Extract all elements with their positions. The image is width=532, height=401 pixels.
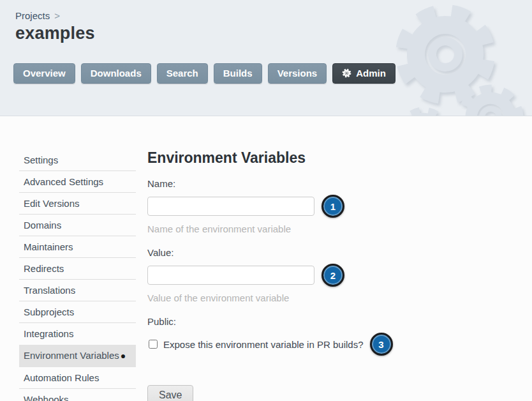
sidebar-item-label: Translations: [24, 285, 75, 296]
sidebar-item-maintainers[interactable]: Maintainers: [19, 236, 136, 258]
value-field-label: Value:: [147, 247, 393, 258]
sidebar-item-redirects[interactable]: Redirects: [19, 258, 136, 280]
tab-overview[interactable]: Overview: [13, 63, 75, 84]
tab-label: Downloads: [91, 68, 142, 79]
tab-label: Versions: [277, 68, 318, 79]
name-input[interactable]: [147, 197, 314, 216]
sidebar-item-label: Advanced Settings: [24, 176, 103, 187]
sidebar-menu: SettingsAdvanced SettingsEdit VersionsDo…: [19, 149, 136, 401]
value-field-group: Value: 2 Value of the environment variab…: [147, 247, 393, 303]
sidebar-item-advanced-settings[interactable]: Advanced Settings: [19, 171, 136, 193]
small-gear-icon: [454, 80, 527, 116]
expose-checkbox-label: Expose this environment variable in PR b…: [163, 339, 364, 350]
active-item-bullet: ●: [121, 351, 126, 361]
tab-downloads[interactable]: Downloads: [81, 63, 151, 84]
nav-tabs: OverviewDownloadsSearchBuildsVersionsAdm…: [13, 63, 532, 84]
sidebar-item-integrations[interactable]: Integrations: [19, 323, 136, 345]
partial-gear-icon: [397, 107, 449, 116]
breadcrumb-separator: >: [54, 10, 60, 21]
page-heading: Environment Variables: [147, 149, 393, 167]
name-field-label: Name:: [147, 178, 393, 189]
sidebar-item-edit-versions[interactable]: Edit Versions: [19, 193, 136, 215]
sidebar: SettingsAdvanced SettingsEdit VersionsDo…: [19, 149, 136, 401]
tab-admin[interactable]: Admin: [332, 63, 395, 84]
annotation-badge-2: 2: [321, 264, 344, 287]
value-input[interactable]: [147, 266, 314, 285]
annotation-badge-3: 3: [370, 333, 393, 356]
annotation-badge-1: 1: [321, 195, 344, 218]
content: SettingsAdvanced SettingsEdit VersionsDo…: [0, 116, 532, 401]
sidebar-item-label: Edit Versions: [24, 198, 80, 209]
tab-builds[interactable]: Builds: [214, 63, 262, 84]
public-field-group: Public: Expose this environment variable…: [147, 316, 393, 356]
sidebar-item-domains[interactable]: Domains: [19, 215, 136, 236]
gear-icon: [342, 68, 351, 78]
sidebar-item-label: Environment Variables: [24, 350, 119, 361]
save-button[interactable]: Save: [147, 385, 193, 401]
sidebar-item-label: Integrations: [24, 328, 73, 339]
tab-versions[interactable]: Versions: [268, 63, 327, 84]
sidebar-item-label: Automation Rules: [24, 372, 99, 383]
tab-label: Search: [166, 68, 198, 79]
value-help-text: Value of the environment variable: [147, 292, 393, 303]
main-panel: Environment Variables Name: 1 Name of th…: [147, 149, 393, 401]
sidebar-item-translations[interactable]: Translations: [19, 280, 136, 301]
tab-label: Admin: [356, 68, 386, 79]
sidebar-item-label: Webhooks: [24, 394, 69, 401]
sidebar-item-environment-variables[interactable]: Environment Variables●: [19, 345, 136, 367]
sidebar-item-label: Settings: [24, 155, 58, 165]
sidebar-item-label: Redirects: [24, 263, 64, 274]
expose-checkbox[interactable]: [149, 340, 158, 349]
sidebar-item-settings[interactable]: Settings: [19, 149, 136, 171]
tab-label: Overview: [23, 68, 66, 79]
header: Projects > examples OverviewDownloadsSea…: [0, 0, 532, 116]
sidebar-item-automation-rules[interactable]: Automation Rules: [19, 367, 136, 389]
sidebar-item-subprojects[interactable]: Subprojects: [19, 301, 136, 323]
name-help-text: Name of the environment variable: [147, 223, 393, 234]
sidebar-item-label: Maintainers: [24, 241, 73, 252]
sidebar-item-label: Domains: [24, 220, 61, 231]
tab-search[interactable]: Search: [157, 63, 208, 84]
sidebar-item-label: Subprojects: [24, 306, 74, 317]
public-field-label: Public:: [147, 316, 393, 327]
breadcrumb-link-projects[interactable]: Projects: [15, 10, 50, 21]
name-field-group: Name: 1 Name of the environment variable: [147, 178, 393, 234]
tab-label: Builds: [223, 68, 253, 79]
breadcrumb: Projects >: [0, 0, 532, 22]
sidebar-item-webhooks[interactable]: Webhooks: [19, 389, 136, 401]
page-title: examples: [0, 24, 532, 43]
